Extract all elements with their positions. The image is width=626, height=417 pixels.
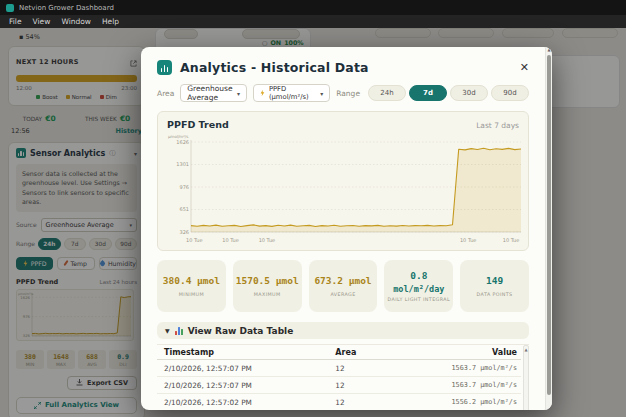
svg-text:10 Tue: 10 Tue	[503, 237, 519, 243]
close-icon[interactable]: ✕	[520, 61, 529, 74]
svg-text:μmol/m²/s: μmol/m²/s	[168, 134, 188, 139]
svg-text:10 Tue: 10 Tue	[460, 237, 477, 243]
area-label: Area	[157, 89, 174, 98]
analytics-icon	[157, 60, 172, 75]
ppfd-trend-chart: 3266519761301162610 Tue10 Tue10 Tue10 Tu…	[167, 132, 527, 244]
range-30d-button[interactable]: 30d	[450, 85, 488, 101]
stat-minimum: 380.4 μmolMINIMUM	[157, 260, 226, 312]
caret-down-icon: ▼	[165, 327, 170, 334]
range-7d-button[interactable]: 7d	[409, 85, 447, 101]
ppfd-trend-panel: PPFD Trend Last 7 days 32665197613011626…	[157, 111, 529, 251]
col-value: Value	[434, 348, 521, 357]
table-row: 2/10/2026, 12:57:02 PM 12 1556.2 μmol/m²…	[157, 394, 521, 410]
chart-title: PPFD Trend	[167, 119, 229, 130]
stat-dli: 0.8mol/m²/dayDAILY LIGHT INTEGRAL	[384, 260, 453, 312]
menu-view[interactable]: View	[33, 17, 51, 26]
scrollbar-thumb[interactable]	[547, 55, 551, 395]
table-scrollbar[interactable]: ▲ ▼	[523, 345, 529, 410]
svg-text:10 Tue: 10 Tue	[259, 237, 276, 243]
modal-title: Analytics - Historical Data	[180, 60, 369, 75]
table-row: 2/10/2026, 12:57:07 PM 12 1563.7 μmol/m²…	[157, 360, 521, 377]
svg-text:1626: 1626	[176, 139, 189, 145]
stat-data-points: 149DATA POINTS	[460, 260, 529, 312]
stat-average: 673.2 μmolAVERAGE	[309, 260, 378, 312]
app-window: Netvion Grower Dashboard File View Windo…	[0, 0, 626, 417]
stat-maximum: 1570.5 μmolMAXIMUM	[233, 260, 302, 312]
menu-help[interactable]: Help	[102, 17, 119, 26]
svg-text:976: 976	[179, 184, 189, 190]
menu-file[interactable]: File	[9, 17, 22, 26]
table-row: 2/10/2026, 12:57:07 PM 12 1563.7 μmol/m²…	[157, 377, 521, 394]
raw-data-table-toggle[interactable]: ▼ View Raw Data Table	[157, 322, 529, 339]
window-title: Netvion Grower Dashboard	[19, 4, 114, 12]
col-timestamp: Timestamp	[157, 348, 335, 357]
chevron-down-icon: ▾	[320, 90, 323, 97]
svg-text:1301: 1301	[176, 161, 189, 167]
svg-text:651: 651	[179, 206, 189, 212]
app-icon	[6, 4, 14, 12]
bolt-icon	[260, 89, 265, 97]
summary-stats-row: 380.4 μmolMINIMUM 1570.5 μmolMAXIMUM 673…	[157, 260, 529, 312]
range-90d-button[interactable]: 90d	[491, 85, 529, 101]
col-area: Area	[335, 348, 433, 357]
modal-scrollbar[interactable]: ▲	[545, 47, 552, 410]
menu-bar: File View Window Help	[0, 15, 626, 28]
area-select[interactable]: Greenhouse Average ▾	[180, 84, 247, 102]
svg-text:10 Tue: 10 Tue	[222, 237, 239, 243]
svg-text:10 Tue: 10 Tue	[186, 237, 203, 243]
window-titlebar: Netvion Grower Dashboard	[0, 0, 626, 15]
range-24h-button[interactable]: 24h	[368, 85, 406, 101]
analytics-modal: Analytics - Historical Data ✕ Area Green…	[141, 47, 552, 410]
raw-data-table: Timestamp Area Value 2/10/2026, 12:57:07…	[157, 344, 529, 410]
range-label: Range	[336, 89, 360, 98]
chart-range-caption: Last 7 days	[476, 121, 519, 130]
scroll-up-icon[interactable]: ▲	[524, 347, 527, 352]
svg-text:326: 326	[179, 229, 189, 235]
range-button-group: 24h 7d 30d 90d	[368, 85, 529, 101]
table-header-row: Timestamp Area Value	[157, 345, 521, 360]
bar-chart-icon	[175, 327, 183, 335]
menu-window[interactable]: Window	[61, 17, 91, 26]
chevron-down-icon: ▾	[237, 90, 240, 97]
metric-select[interactable]: PPFD (μmol/m²/s) ▾	[253, 84, 330, 102]
